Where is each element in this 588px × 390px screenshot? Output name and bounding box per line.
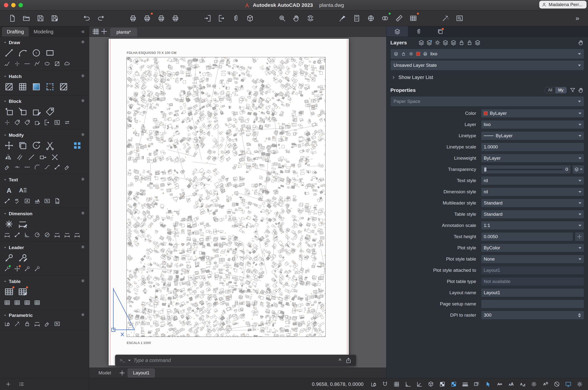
layout-grid-button[interactable] [92,27,100,36]
command-input[interactable]: Type a command [134,358,171,363]
property-field-dpi-to-raster[interactable]: 300 [481,311,584,320]
section-settings-button[interactable] [81,40,85,45]
layer-lock-toggle[interactable] [401,51,406,56]
save-file-button[interactable] [35,13,46,24]
autoscale-annotation-button[interactable]: AA [508,381,514,388]
replace-block-button[interactable] [64,119,70,126]
stepper-control[interactable] [578,313,582,318]
show-layer-list-toggle[interactable]: Show Layer List [386,72,588,83]
layer-freeze-toggle[interactable] [409,51,413,56]
construction-line-button[interactable] [24,60,31,67]
region-button[interactable] [54,60,60,67]
hyperlink-button[interactable] [365,13,376,24]
section-settings-button[interactable] [81,177,85,183]
attach-reference-button[interactable] [230,13,241,24]
layers-panel-slide-button[interactable] [578,40,584,46]
lock-constraint-button[interactable] [24,321,31,327]
spline-button[interactable] [4,60,10,67]
property-field-table-style[interactable]: Standard [481,210,584,219]
text-align-button[interactable] [4,198,10,204]
user-account-button[interactable]: Madalena Perr... [539,1,587,8]
field-button[interactable]: fx [44,198,50,204]
linear-dimension-button[interactable] [4,232,10,238]
quick-calc-button[interactable] [351,13,362,24]
manage-attributes-button[interactable] [14,119,20,126]
polyline-button[interactable] [34,60,41,67]
erase-button[interactable] [4,164,10,170]
sync-attributes-button[interactable] [24,119,31,126]
plot-button[interactable] [128,13,138,24]
edit-multileader-button[interactable] [18,253,28,263]
property-field-page-setup-name[interactable] [481,299,584,308]
action-recorder-button[interactable] [440,13,451,24]
layer-properties-button[interactable] [418,40,424,46]
publish-button[interactable] [170,13,181,24]
add-tool-palette-button[interactable] [5,381,11,387]
save-as-button[interactable] [49,13,60,24]
layer-color-swatch[interactable] [416,52,420,56]
delete-duplicates-button[interactable] [64,164,70,170]
section-header-modify[interactable]: Modify [4,132,85,138]
slider-handle[interactable] [484,167,486,172]
gradient-fill-button[interactable] [31,82,42,92]
file-tab-planta[interactable]: planta* [110,28,137,37]
count-blocks-button[interactable] [54,119,60,126]
block-editor-button[interactable] [34,119,41,126]
toolbar-overflow-button[interactable]: » [573,15,581,22]
array-button[interactable] [72,140,82,151]
edit-block-button[interactable] [31,106,42,117]
blend-curves-button[interactable] [44,164,50,170]
references-palette-tab[interactable] [408,26,429,37]
hatch-boundary-button[interactable] [45,82,55,92]
isometric-drafting-button[interactable] [427,381,434,388]
pdf-import-button[interactable]: PDF [54,198,60,204]
collect-leaders-button[interactable] [34,265,41,272]
parameters-manager-button[interactable]: fx [54,321,60,327]
property-field-linetype-scale[interactable]: 1.0000 [481,143,584,151]
graphics-performance-button[interactable] [565,381,572,388]
palette-collapse-button[interactable]: « [79,28,87,35]
mirror-button[interactable] [4,153,12,161]
layer-state-dropdown[interactable]: Unsaved Layer State [390,60,584,70]
annotation-monitor-button[interactable]: A [542,381,549,388]
align-button[interactable] [54,164,60,170]
add-leader-button[interactable] [4,265,10,272]
customization-gear-button[interactable] [576,381,583,388]
angular-dimension-button[interactable] [24,232,31,238]
annotation-visibility-button[interactable]: A [496,381,503,388]
property-field-text-style[interactable]: rd [481,176,584,185]
polar-tracking-button[interactable] [416,381,423,388]
layers-palette-tab[interactable] [386,26,408,37]
property-field-linetype[interactable]: ByLayer [481,131,584,140]
section-settings-button[interactable] [81,245,85,250]
text-frame-button[interactable]: A [24,198,31,204]
create-block-button[interactable] [4,106,14,117]
join-button[interactable] [24,164,31,170]
auto-constrain-button[interactable] [14,321,20,327]
new-file-button[interactable] [7,13,18,24]
set-base-point-button[interactable] [4,119,10,126]
section-header-dimension[interactable]: Dimension [4,211,85,216]
point-button[interactable] [14,60,20,67]
stepper-up-icon[interactable] [578,313,581,315]
command-line[interactable]: >_ Type a command ^ [115,355,356,366]
drawing-canvas[interactable]: FOLHA ESQUISSO 70 X 100 CM ESCALA 1:1000… [89,37,386,368]
infer-constraints-button[interactable] [370,381,377,388]
orbit-button[interactable] [305,13,316,24]
export-file-button[interactable] [216,13,227,24]
hatch-button[interactable] [4,82,14,92]
section-settings-button[interactable] [81,279,85,284]
import-file-button[interactable] [202,13,213,24]
share-button[interactable] [345,357,352,364]
annotation-scale-button[interactable]: A [519,381,526,388]
filter-my-button[interactable]: My [555,87,566,93]
export-table-button[interactable] [14,299,20,306]
edit-dimension-button[interactable] [18,219,28,229]
command-history-caret-icon[interactable] [128,360,131,361]
quick-dimension-button[interactable] [4,219,14,229]
object-snap-tracking-button[interactable] [439,381,446,388]
section-header-parametric[interactable]: Parametric [4,312,85,318]
aligned-dimension-button[interactable] [14,232,20,238]
plot-preview-button[interactable] [142,13,153,24]
transparency-display-button[interactable] [473,381,480,388]
